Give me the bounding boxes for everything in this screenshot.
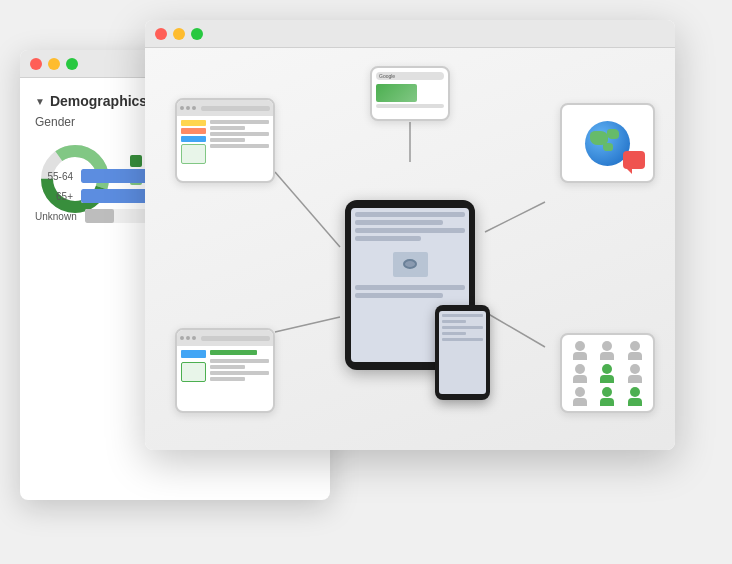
thumb-people <box>560 333 655 413</box>
body-5 <box>600 375 614 383</box>
thumb-website-top <box>175 98 275 183</box>
colorful-banner2 <box>181 350 206 382</box>
thumb-search-content <box>372 68 448 112</box>
adnet-close-dot[interactable] <box>155 28 167 40</box>
t-line-4 <box>210 138 245 142</box>
svg-line-4 <box>275 172 340 247</box>
tablet-device <box>345 200 475 370</box>
adnet-minimize-dot[interactable] <box>173 28 185 40</box>
head-7 <box>575 387 585 397</box>
bar-label-5564: 55-64 <box>35 171 73 182</box>
person-gray-6 <box>568 387 592 406</box>
mini-dot-2 <box>186 106 190 110</box>
phone-screen <box>439 311 486 394</box>
tablet-content <box>351 208 469 248</box>
speech-bubble <box>623 151 645 169</box>
lens <box>403 259 417 269</box>
green-line <box>210 350 257 355</box>
body-6 <box>628 375 642 383</box>
close-dot[interactable] <box>30 58 42 70</box>
camera-mockup <box>393 252 428 277</box>
search-line <box>376 104 444 108</box>
mini-dot-1 <box>180 106 184 110</box>
tablet-line-6 <box>355 293 443 298</box>
person-green-2 <box>596 387 620 406</box>
minimize-dot[interactable] <box>48 58 60 70</box>
strip-blue <box>181 136 206 142</box>
t-line-3 <box>210 132 269 136</box>
svg-line-7 <box>485 312 545 347</box>
person-gray-3 <box>623 341 647 360</box>
content-lines2 <box>210 350 269 382</box>
maximize-dot[interactable] <box>66 58 78 70</box>
mini-dot-6 <box>192 336 196 340</box>
colorful-banner <box>181 120 206 164</box>
bar-label-unknown: Unknown <box>35 211 77 222</box>
bar-fill-unknown <box>85 209 115 223</box>
globe-area <box>562 105 653 181</box>
t-line-6 <box>210 359 269 363</box>
website2-header <box>177 330 273 346</box>
tablet-middle <box>351 252 469 277</box>
svg-line-5 <box>275 317 340 332</box>
central-devices <box>345 200 475 370</box>
strip-orange <box>181 128 206 134</box>
male-color <box>130 155 142 167</box>
body-4 <box>573 375 587 383</box>
phone-line-5 <box>442 338 483 341</box>
urlbar2 <box>201 336 270 341</box>
search-result-block <box>376 84 417 102</box>
website2-body <box>177 346 273 386</box>
person-green-1 <box>596 364 620 383</box>
tablet-line-5 <box>355 285 465 290</box>
website-body <box>177 116 273 168</box>
head-5 <box>602 364 612 374</box>
tablet-line-2 <box>355 220 443 225</box>
phone-line-4 <box>442 332 466 335</box>
head-6 <box>630 364 640 374</box>
svg-line-6 <box>485 202 545 232</box>
body-2 <box>600 352 614 360</box>
content-lines <box>210 120 269 164</box>
collapse-arrow[interactable]: ▼ <box>35 96 45 107</box>
t-line-1 <box>210 120 269 124</box>
adnetwork-titlebar <box>145 20 675 48</box>
tablet-line-4 <box>355 236 421 241</box>
body-1 <box>573 352 587 360</box>
bar-label-65plus: 65+ <box>35 191 73 202</box>
searchbar-mockup <box>376 72 444 80</box>
blue-strip <box>181 350 206 358</box>
tablet-line-3 <box>355 228 465 233</box>
body-8 <box>600 398 614 406</box>
mini-dot-3 <box>192 106 196 110</box>
website-header <box>177 100 273 116</box>
person-gray-5 <box>623 364 647 383</box>
head-9 <box>630 387 640 397</box>
strip-yellow <box>181 120 206 126</box>
thumb-globe <box>560 103 655 183</box>
phone-device <box>435 305 490 400</box>
phone-line-2 <box>442 320 466 323</box>
head-8 <box>602 387 612 397</box>
land-3 <box>603 143 613 151</box>
people-grid <box>562 335 653 411</box>
t-line-7 <box>210 365 245 369</box>
t-line-9 <box>210 377 245 381</box>
t-line-5 <box>210 144 269 148</box>
thumb-website-bottom <box>175 328 275 413</box>
adnetwork-window <box>145 20 675 450</box>
land-2 <box>607 129 619 139</box>
demographics-label: Demographics <box>50 93 147 109</box>
head-2 <box>602 341 612 351</box>
adnet-maximize-dot[interactable] <box>191 28 203 40</box>
phone-line-1 <box>442 314 483 317</box>
t-line-8 <box>210 371 269 375</box>
mini-dot-5 <box>186 336 190 340</box>
t-line-2 <box>210 126 245 130</box>
mini-dot-4 <box>180 336 184 340</box>
person-gray-2 <box>596 341 620 360</box>
phone-line-3 <box>442 326 483 329</box>
thumb-search <box>370 66 450 121</box>
person-gray-1 <box>568 341 592 360</box>
urlbar <box>201 106 270 111</box>
